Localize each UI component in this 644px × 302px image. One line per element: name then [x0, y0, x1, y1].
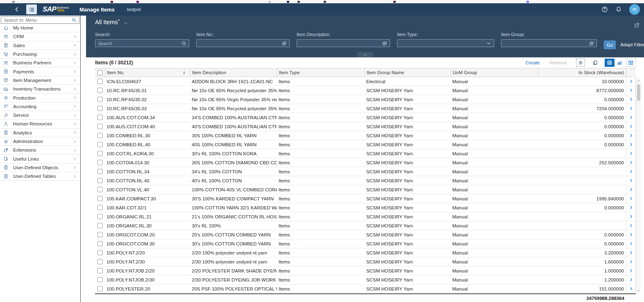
value-help-icon[interactable]: [282, 41, 287, 46]
row-checkbox[interactable]: [98, 124, 103, 129]
chevron-right-icon[interactable]: [629, 259, 633, 264]
sidebar-item-useful-links[interactable]: Useful Links: [0, 154, 80, 163]
chart-view-button[interactable]: [615, 59, 624, 67]
vertical-scrollbar[interactable]: [636, 78, 641, 293]
sort-ascending-icon[interactable]: [182, 70, 186, 75]
row-checkbox[interactable]: [98, 151, 103, 156]
scrollbar-thumb[interactable]: [637, 84, 640, 101]
chevron-right-icon[interactable]: [629, 151, 633, 156]
row-checkbox[interactable]: [98, 286, 103, 291]
column-header-item-description[interactable]: Item Description: [190, 68, 277, 77]
value-help-icon[interactable]: [382, 41, 387, 46]
table-row[interactable]: 100.POLY.NT.2/202/20 100% polyester undy…: [95, 248, 636, 257]
sidebar-item-accounting[interactable]: Accounting: [0, 102, 80, 111]
dropdown-icon[interactable]: [486, 41, 491, 46]
table-row[interactable]: 100.COT.RL.KORA.3030's RL 100% COTTON KO…: [95, 149, 636, 158]
row-checkbox[interactable]: [98, 88, 103, 93]
select-all-checkbox[interactable]: [98, 70, 103, 75]
menu-toggle-button[interactable]: [26, 5, 37, 14]
filter-item-type-input[interactable]: [397, 39, 494, 47]
row-checkbox[interactable]: [98, 178, 103, 183]
mixed-view-button[interactable]: [626, 59, 636, 67]
filter-item-group-input[interactable]: [501, 39, 597, 47]
row-checkbox[interactable]: [98, 106, 103, 111]
filter-item-description-input[interactable]: [297, 39, 390, 47]
chevron-right-icon[interactable]: [629, 97, 633, 102]
filter-search-input[interactable]: Search: [95, 39, 189, 47]
user-avatar[interactable]: m: [629, 4, 640, 15]
row-checkbox[interactable]: [98, 259, 103, 264]
sidebar-item-item-management[interactable]: Item Management: [0, 76, 80, 85]
row-checkbox[interactable]: [98, 214, 103, 219]
row-checkbox[interactable]: [98, 196, 103, 201]
table-row[interactable]: 10.RC.RP.65/35.02Ne 10s OE 65% Virgin Po…: [95, 95, 636, 104]
table-row[interactable]: 100.AUS.COT.COM.4040'S COMBED 100% AUSTR…: [95, 122, 636, 131]
adapt-filters-button[interactable]: Adapt Filters: [620, 42, 644, 47]
chevron-right-icon[interactable]: [629, 268, 633, 273]
chevron-right-icon[interactable]: [629, 169, 633, 174]
table-row[interactable]: 100.AUS.COT.COM.3434'S COMBED 100% AUSTR…: [95, 113, 636, 122]
chevron-right-icon[interactable]: [629, 196, 633, 201]
table-row[interactable]: 10.RC.RP.65/35.01Ne 10s OE 65% Recycled …: [95, 86, 636, 95]
row-checkbox[interactable]: [98, 97, 103, 102]
chevron-right-icon[interactable]: [629, 250, 633, 255]
chevron-right-icon[interactable]: [629, 106, 633, 111]
create-button[interactable]: Create: [526, 60, 540, 65]
row-checkbox[interactable]: [98, 160, 103, 165]
table-row[interactable]: 100.POLY.NT.2/302/30 100% polyester undy…: [95, 257, 636, 266]
help-icon[interactable]: [601, 6, 608, 13]
row-checkbox[interactable]: [98, 250, 103, 255]
row-checkbox[interactable]: [98, 268, 103, 273]
column-header-uom-group[interactable]: UoM Group: [451, 68, 538, 77]
open-in-new-window-icon[interactable]: [634, 22, 640, 28]
row-checkbox[interactable]: [98, 277, 103, 282]
chevron-right-icon[interactable]: [629, 133, 633, 138]
sidebar-item-sales[interactable]: Sales: [0, 41, 80, 50]
column-header-item-type[interactable]: Item Type: [277, 68, 365, 77]
row-checkbox[interactable]: [98, 133, 103, 138]
table-row[interactable]: 100.COTTON.RL.4040's RL 100% COTTONItems…: [95, 176, 636, 185]
row-checkbox[interactable]: [98, 232, 103, 237]
table-row[interactable]: 100.POLYESTER.2020S PSF 100% POLYESTER O…: [95, 284, 636, 293]
table-row[interactable]: 100.POLY.NTJOB.2/202/20 POLYESTER DARK S…: [95, 266, 636, 275]
collapse-filter-bar-tab[interactable]: [357, 52, 373, 57]
scroll-up-arrow[interactable]: [636, 78, 641, 83]
table-row[interactable]: 100.ORGCOT.COM.2020's 100% COTTON COMBED…: [95, 230, 636, 239]
table-row[interactable]: 100.COTTON.VL.40100% COTTON-40S VL COMBE…: [95, 185, 636, 194]
column-header-in-stock-warehouse[interactable]: In Stock (Warehouse): [538, 68, 626, 77]
chevron-right-icon[interactable]: [629, 241, 633, 246]
sidebar-item-purchasing[interactable]: Purchasing: [0, 50, 80, 59]
notifications-bell-icon[interactable]: [615, 6, 622, 13]
table-row[interactable]: 100.COMBED.RL.3030S 100% COMBED RL YARNI…: [95, 131, 636, 140]
chevron-right-icon[interactable]: [629, 115, 633, 120]
table-view-button[interactable]: [605, 59, 615, 67]
row-checkbox[interactable]: [98, 169, 103, 174]
row-checkbox[interactable]: [98, 187, 103, 192]
chevron-right-icon[interactable]: [629, 124, 633, 129]
table-row[interactable]: 100.ORGANIC.RL.3030's RL 100%ItemsSCSM H…: [95, 221, 636, 230]
chevron-right-icon[interactable]: [629, 277, 633, 282]
sidebar-item-inventory-transactions[interactable]: Inventory Transactions: [0, 85, 80, 93]
remove-button[interactable]: Remove: [549, 60, 567, 65]
search-icon[interactable]: [181, 41, 186, 46]
row-checkbox[interactable]: [98, 223, 103, 228]
chevron-right-icon[interactable]: [629, 88, 633, 93]
row-checkbox[interactable]: [98, 205, 103, 210]
sidebar-item-my-home[interactable]: My Home: [0, 24, 80, 32]
sidebar-item-service[interactable]: Service: [0, 111, 80, 120]
go-button[interactable]: Go: [604, 41, 616, 49]
table-row[interactable]: 100.ORGANIC.RL.2121's 100% ORGANIC COTTO…: [95, 212, 636, 221]
row-checkbox[interactable]: [98, 115, 103, 120]
chevron-right-icon[interactable]: [629, 160, 633, 165]
chevron-right-icon[interactable]: [629, 232, 633, 237]
table-row[interactable]: 100.KAR.COMPACT.3030'S 100% KARDED COMPA…: [95, 194, 636, 203]
table-row[interactable]: 100.POLY.NTJOB.2/302/30 POLYESTER DYEING…: [95, 275, 636, 284]
back-button[interactable]: [14, 7, 20, 12]
value-help-icon[interactable]: [589, 41, 594, 46]
sidebar-item-user-defined-objects[interactable]: User-Defined Objects: [0, 163, 80, 172]
table-row[interactable]: 100.COMBED.RL.4040S 100% COMBED RL YARNI…: [95, 140, 636, 149]
table-row[interactable]: 100.COTTON.RL.3434's RL 100% COTTONItems…: [95, 167, 636, 176]
table-row[interactable]: 10.RC.RP.65/35.03Ne 10s OE 65% Recycled …: [95, 104, 636, 113]
chevron-right-icon[interactable]: [629, 142, 633, 147]
table-settings-button[interactable]: [576, 59, 585, 67]
